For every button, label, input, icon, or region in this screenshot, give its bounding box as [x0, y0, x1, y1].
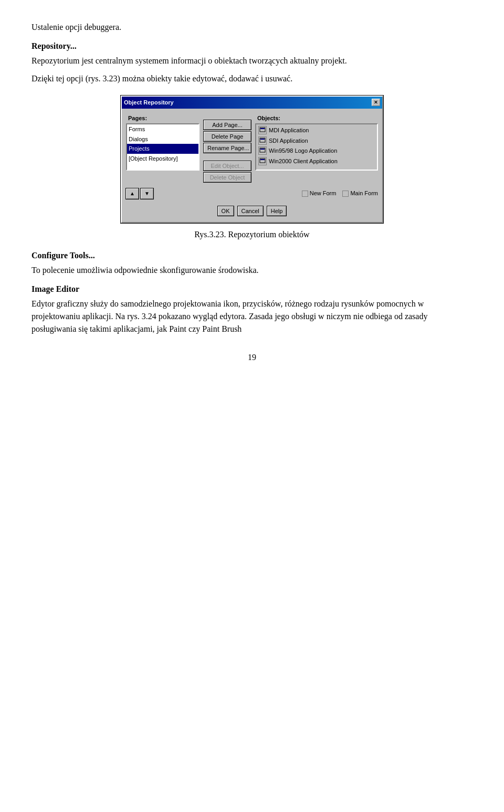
configure-section: Configure Tools... To polecenie umożliwi… — [32, 249, 472, 277]
mdi-icon — [258, 126, 267, 134]
image-editor-section: Image Editor Edytor graficzny służy do s… — [32, 283, 472, 335]
win2000-icon — [258, 157, 267, 165]
bottom-row: ▲ ▼ New Form Main Form — [126, 186, 378, 201]
pages-panel: Pages: Forms Dialogs Projects [Object Re… — [126, 113, 200, 182]
image-editor-title: Image Editor — [32, 283, 472, 296]
obj-win2000[interactable]: Win2000 Client Application — [257, 156, 376, 166]
configure-title: Configure Tools... — [32, 249, 472, 262]
repository-para1: Repozytorium jest centralnym systemem in… — [32, 55, 472, 67]
main-form-checkbox[interactable] — [342, 191, 349, 197]
new-form-label: New Form — [310, 189, 337, 198]
page-item-dialogs[interactable]: Dialogs — [127, 134, 198, 144]
page-item-forms[interactable]: Forms — [127, 124, 198, 134]
page-item-objectrepo[interactable]: [Object Repository] — [127, 154, 198, 164]
dialog-titlebar: Object Repository ✕ — [122, 97, 382, 109]
objects-listbox[interactable]: MDI Application SDI Application — [255, 123, 378, 171]
objects-panel: Objects: MDI Application — [255, 113, 378, 182]
heading-section: Ustalenie opcji debuggera. — [32, 21, 472, 34]
image-editor-para: Edytor graficzny służy do samodzielnego … — [32, 298, 472, 335]
obj-mdi-label: MDI Application — [269, 126, 309, 135]
pages-listbox[interactable]: Forms Dialogs Projects [Object Repositor… — [126, 123, 200, 171]
nav-down-icon: ▼ — [144, 189, 150, 197]
new-form-checkbox-item[interactable]: New Form — [302, 189, 337, 198]
dialog-title: Object Repository — [124, 98, 174, 107]
configure-para: To polecenie umożliwia odpowiednie skonf… — [32, 264, 472, 277]
nav-up-button[interactable]: ▲ — [126, 188, 139, 199]
win9598-icon — [258, 146, 267, 155]
repository-section: Repository... Repozytorium jest centraln… — [32, 40, 472, 85]
obj-win2000-label: Win2000 Client Application — [269, 157, 338, 166]
obj-win9598-label: Win95/98 Logo Application — [269, 146, 337, 155]
obj-sdi-label: SDI Application — [269, 136, 308, 145]
svg-rect-5 — [260, 149, 265, 150]
dialog-container: Object Repository ✕ Pages: Forms Dialogs — [32, 96, 472, 223]
new-form-checkbox[interactable] — [302, 191, 308, 197]
objects-label: Objects: — [255, 113, 378, 124]
rename-page-button[interactable]: Rename Page... — [204, 143, 251, 153]
delete-object-button[interactable]: Delete Object — [204, 173, 251, 182]
dialog-body: Pages: Forms Dialogs Projects [Object Re… — [122, 109, 382, 222]
object-repository-dialog[interactable]: Object Repository ✕ Pages: Forms Dialogs — [121, 96, 383, 223]
repository-title: Repository... — [32, 40, 472, 52]
sdi-icon — [258, 136, 267, 145]
middle-buttons: Add Page... Delete Page Rename Page... E… — [204, 113, 251, 182]
nav-up-icon: ▲ — [130, 189, 135, 197]
svg-rect-1 — [260, 128, 265, 129]
edit-object-button[interactable]: Edit Object... — [204, 161, 251, 171]
obj-win9598[interactable]: Win95/98 Logo Application — [257, 146, 376, 156]
page-content: Ustalenie opcji debuggera. Repository...… — [32, 21, 472, 364]
add-page-button[interactable]: Add Page... — [204, 120, 251, 130]
close-button[interactable]: ✕ — [372, 99, 380, 106]
ok-row: OK Cancel Help — [126, 204, 378, 218]
page-item-projects[interactable]: Projects — [127, 144, 198, 154]
main-form-checkbox-item[interactable]: Main Form — [342, 189, 378, 198]
help-button[interactable]: Help — [267, 206, 287, 216]
obj-sdi[interactable]: SDI Application — [257, 136, 376, 146]
repository-para2: Dzięki tej opcji (rys. 3.23) można obiek… — [32, 72, 472, 85]
pages-label: Pages: — [126, 113, 200, 124]
delete-page-button[interactable]: Delete Page — [204, 132, 251, 141]
titlebar-buttons: ✕ — [372, 99, 380, 106]
dialog-caption: Rys.3.23. Repozytorium obiektów — [32, 228, 472, 241]
main-heading: Ustalenie opcji debuggera. — [32, 21, 472, 34]
nav-buttons: ▲ ▼ — [126, 188, 153, 199]
page-number: 19 — [32, 351, 472, 364]
ok-button[interactable]: OK — [218, 206, 234, 216]
top-row: Pages: Forms Dialogs Projects [Object Re… — [126, 113, 378, 182]
nav-down-button[interactable]: ▼ — [141, 188, 153, 199]
main-form-label: Main Form — [350, 189, 378, 198]
obj-mdi[interactable]: MDI Application — [257, 125, 376, 135]
svg-rect-7 — [260, 159, 265, 160]
checkboxes-area: New Form Main Form — [302, 189, 378, 198]
svg-rect-3 — [260, 139, 265, 140]
cancel-button[interactable]: Cancel — [238, 206, 263, 216]
